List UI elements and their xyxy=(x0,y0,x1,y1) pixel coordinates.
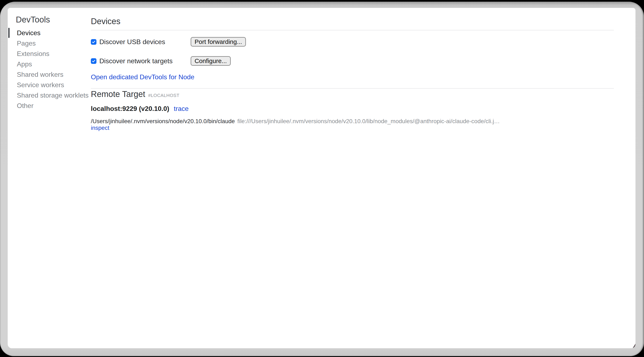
sidebar: DevTools Devices Pages Extensions Apps xyxy=(8,8,91,348)
app-title: DevTools xyxy=(16,15,91,25)
open-node-devtools-link[interactable]: Open dedicated DevTools for Node xyxy=(91,73,194,81)
remote-target-title: Remote Target xyxy=(91,89,145,99)
inspect-link[interactable]: inspect xyxy=(91,125,109,131)
sidebar-item-label: Pages xyxy=(17,40,36,47)
devices-panel: Devices Discover USB devices Port forwar… xyxy=(91,8,636,348)
divider xyxy=(91,30,614,30)
target-row: localhost:9229 (v20.10.0) trace xyxy=(91,104,614,113)
remote-target-tag: #LOCALHOST xyxy=(148,93,180,98)
sidebar-item-label: Apps xyxy=(17,60,32,68)
discover-usb-row: Discover USB devices Port forwarding... xyxy=(91,37,614,47)
sidebar-item-label: Extensions xyxy=(17,50,50,58)
sidebar-item-devices[interactable]: Devices xyxy=(17,28,91,38)
selected-indicator xyxy=(8,28,10,38)
sidebar-item-label: Shared storage worklets xyxy=(17,92,88,99)
remote-target-header: Remote Target #LOCALHOST xyxy=(91,89,614,99)
sidebar-item-pages[interactable]: Pages xyxy=(17,38,91,49)
sidebar-item-label: Other xyxy=(17,102,34,110)
sidebar-item-label: Service workers xyxy=(17,81,64,89)
sidebar-item-apps[interactable]: Apps xyxy=(17,59,91,69)
sidebar-item-extensions[interactable]: Extensions xyxy=(17,49,91,59)
trace-link[interactable]: trace xyxy=(174,104,188,113)
sidebar-item-service-workers[interactable]: Service workers xyxy=(17,80,91,90)
sidebar-item-other[interactable]: Other xyxy=(17,101,91,111)
file-url: file:///Users/jinhuilee/.nvm/versions/no… xyxy=(238,118,500,124)
discover-network-checkbox[interactable] xyxy=(91,58,96,64)
configure-button[interactable]: Configure... xyxy=(190,56,231,66)
sidebar-item-label: Shared workers xyxy=(17,71,64,79)
devtools-inspect-window: DevTools Devices Pages Extensions Apps xyxy=(8,8,636,348)
sidebar-item-label: Devices xyxy=(17,29,40,37)
sidebar-nav: Devices Pages Extensions Apps Shared wor… xyxy=(16,28,91,111)
target-detail: /Users/jinhuilee/.nvm/versions/node/v20.… xyxy=(91,118,614,131)
discover-network-label: Discover network targets xyxy=(99,57,190,65)
target-paths: /Users/jinhuilee/.nvm/versions/node/v20.… xyxy=(91,118,614,125)
sidebar-item-shared-storage-worklets[interactable]: Shared storage worklets xyxy=(17,90,91,101)
discover-usb-label: Discover USB devices xyxy=(99,38,190,46)
discover-usb-checkbox[interactable] xyxy=(91,39,96,45)
divider xyxy=(91,88,614,89)
target-name: localhost:9229 (v20.10.0) xyxy=(91,104,169,113)
port-forwarding-button[interactable]: Port forwarding... xyxy=(190,37,246,47)
checkmark-icon xyxy=(92,59,96,63)
desktop-background: DevTools Devices Pages Extensions Apps xyxy=(0,0,644,357)
discover-network-row: Discover network targets Configure... xyxy=(91,56,614,66)
sidebar-item-shared-workers[interactable]: Shared workers xyxy=(17,69,91,80)
page-title: Devices xyxy=(91,16,614,26)
process-path: /Users/jinhuilee/.nvm/versions/node/v20.… xyxy=(91,118,235,124)
checkmark-icon xyxy=(92,40,96,44)
device-frame: DevTools Devices Pages Extensions Apps xyxy=(0,2,644,356)
